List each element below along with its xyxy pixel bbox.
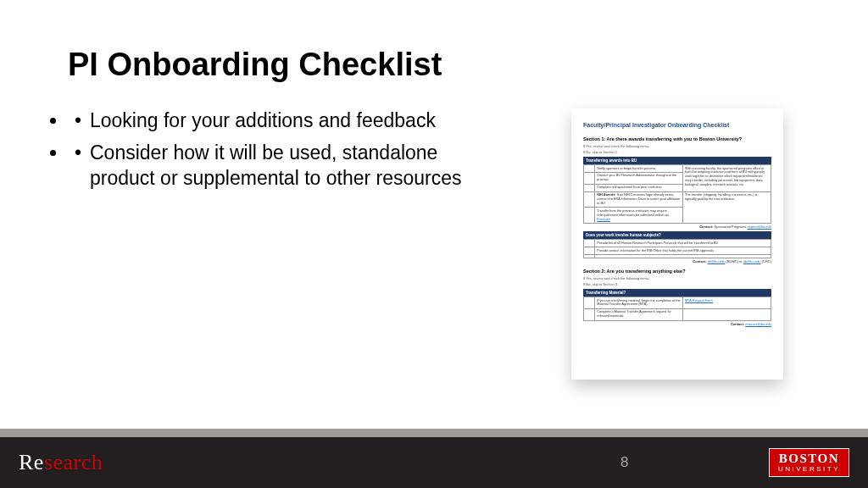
doc-table-3: If you are transferring material, begin …	[583, 297, 771, 321]
doc-table-1: Notify sponsors to begin transfer proces…	[583, 164, 771, 224]
doc-text: If Yes, review and check the following i…	[583, 144, 771, 148]
doc-section-2: Section 2: Are you transferring anything…	[583, 269, 771, 274]
document-thumbnail: Faculty/Principal Investigator Onboardin…	[571, 108, 783, 380]
research-logo: Research	[19, 450, 103, 475]
doc-text: If No, skip to Section 2.	[583, 150, 771, 154]
doc-subheader: Does your work involve human subjects?	[583, 231, 771, 239]
bullet-item: Consider how it will be used, standalone…	[68, 141, 475, 191]
bu-logo: BOSTON UNIVERSITY	[769, 448, 849, 477]
doc-table-2: Provide list of all Human Research Parti…	[583, 239, 771, 258]
slide-footer: Research 8 BOSTON UNIVERSITY	[0, 437, 868, 488]
doc-subheader: Transferring Material?	[583, 289, 771, 297]
doc-contact: Contact: irb@bu.edu (BUMC) or irb@bu.edu…	[583, 259, 771, 263]
doc-section-1: Section 1: Are there awards transferring…	[583, 136, 771, 141]
doc-contact: Contact: Sponsored Programs ospera@bu.ed…	[583, 225, 771, 229]
doc-text: If No, skip to Section 3.	[583, 282, 771, 286]
bullet-list: Looking for your additions and feedback …	[68, 108, 475, 380]
doc-subheader: Transferring awards into BU	[583, 157, 771, 164]
doc-contact: Contact: mtacore@bu.edu	[583, 322, 771, 326]
page-number: 8	[620, 454, 628, 471]
footer-divider	[0, 429, 868, 437]
bullet-item: Looking for your additions and feedback	[68, 108, 475, 134]
slide-title: PI Onboarding Checklist	[68, 47, 800, 83]
doc-heading: Faculty/Principal Investigator Onboardin…	[583, 122, 771, 128]
doc-text: If Yes, review and check the following i…	[583, 276, 771, 280]
